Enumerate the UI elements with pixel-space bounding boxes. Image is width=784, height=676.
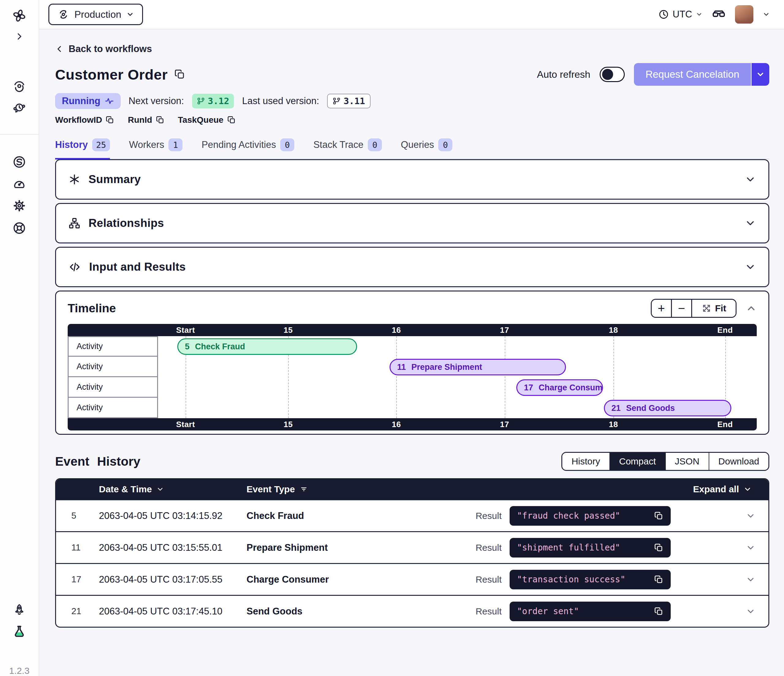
view-history-button[interactable]: History	[562, 453, 610, 470]
copy-icon[interactable]	[654, 575, 663, 584]
input-results-accordion[interactable]: Input and Results	[55, 247, 769, 287]
chevron-down-icon	[745, 261, 756, 273]
timeline-row-label: Activity	[68, 356, 158, 377]
workflow-id-copy[interactable]: WorkflowID	[55, 115, 114, 125]
timeline-panel: Timeline + − Fit	[55, 291, 769, 435]
sidebar-item-support-lifebuoy-icon[interactable]	[12, 221, 26, 235]
row-expand-chevron-icon[interactable]	[746, 575, 756, 584]
copy-title-icon[interactable]	[174, 69, 185, 80]
timeline-bar-send-goods[interactable]: 21Send Goods	[604, 400, 731, 416]
summary-accordion[interactable]: Summary	[55, 159, 769, 200]
fit-button[interactable]: Fit	[692, 300, 736, 317]
timeline-title: Timeline	[68, 301, 116, 315]
next-version-value: 3.12	[208, 96, 229, 106]
copy-icon	[106, 116, 114, 124]
timezone-selector[interactable]: UTC	[658, 9, 703, 20]
timeline-row-labels: Activity Activity Activity Activity	[68, 336, 158, 418]
tab-stack-trace[interactable]: Stack Trace 0	[313, 138, 382, 160]
run-id-copy[interactable]: RunId	[128, 115, 164, 125]
auto-refresh-label: Auto refresh	[537, 69, 590, 80]
sidebar-item-nexus-icon[interactable]	[12, 155, 26, 169]
chevron-left-icon	[55, 45, 64, 53]
chevron-down-icon	[743, 485, 752, 494]
task-queue-copy[interactable]: TaskQueue	[178, 115, 236, 125]
tab-stack-trace-count: 0	[368, 138, 382, 151]
copy-icon	[156, 116, 165, 124]
timeline-collapse-icon[interactable]	[746, 303, 757, 314]
timeline-bar-prepare-shipment[interactable]: 11Prepare Shipment	[390, 359, 566, 375]
copy-icon[interactable]	[654, 543, 663, 552]
tab-history[interactable]: History 25	[55, 138, 110, 160]
cancel-dropdown-caret[interactable]	[751, 63, 769, 86]
view-compact-button[interactable]: Compact	[610, 453, 666, 470]
glasses-icon[interactable]	[712, 7, 726, 22]
timeline-bar-check-fraud[interactable]: 5Check Fraud	[177, 338, 357, 355]
gridline	[505, 336, 505, 418]
timeline-row-label: Activity	[68, 376, 158, 398]
toggle-knob	[602, 69, 613, 80]
row-expand-chevron-icon[interactable]	[746, 606, 756, 616]
tab-history-count: 25	[92, 138, 110, 151]
result-code-pill[interactable]: "fraud check passed"	[510, 506, 671, 526]
copy-icon[interactable]	[654, 511, 663, 521]
page-title: Customer Order	[55, 66, 168, 83]
clock-icon	[658, 9, 669, 20]
app-version: 1.2.3	[9, 665, 30, 676]
last-used-version-badge: 3.11	[327, 94, 370, 109]
timeline-bar-charge-consumer[interactable]: 17Charge Consumer	[516, 379, 603, 396]
row-expand-chevron-icon[interactable]	[746, 543, 756, 553]
sidebar: 1.2.3	[0, 0, 39, 676]
status-badge: Running	[55, 93, 121, 109]
pulse-icon	[105, 96, 114, 106]
copy-icon	[227, 116, 236, 124]
sidebar-item-settings-gear-icon[interactable]	[12, 199, 26, 213]
avatar[interactable]	[735, 5, 753, 23]
column-event-type[interactable]: Event Type	[247, 484, 308, 494]
sidebar-divider	[0, 134, 39, 135]
event-row-prepare-shipment[interactable]: 11 2063-04-05 UTC 03:15:55.01 Prepare Sh…	[56, 531, 768, 563]
event-row-send-goods[interactable]: 21 2063-04-05 UTC 03:17:45.10 Send Goods…	[56, 595, 768, 627]
copy-icon[interactable]	[654, 607, 663, 616]
auto-refresh-toggle[interactable]	[600, 67, 625, 82]
result-code-pill[interactable]: "transaction success"	[510, 570, 671, 589]
fit-expand-icon	[702, 303, 711, 313]
asterisk-icon	[68, 173, 81, 185]
request-cancelation-button[interactable]: Request Cancelation	[634, 63, 769, 86]
last-used-version-label: Last used version:	[242, 96, 319, 107]
sidebar-expand-icon[interactable]	[15, 32, 24, 41]
event-history-view-switcher: History Compact JSON Download	[562, 452, 769, 471]
event-row-check-fraud[interactable]: 5 2063-04-05 UTC 03:14:15.92 Check Fraud…	[56, 499, 768, 531]
labs-flask-icon[interactable]	[12, 625, 26, 639]
chevron-down-icon	[745, 218, 756, 229]
filter-icon	[300, 485, 308, 493]
code-icon	[68, 261, 81, 274]
view-download-button[interactable]: Download	[709, 453, 768, 470]
result-code-pill[interactable]: "shipment fulfilled"	[510, 538, 671, 558]
tab-queries[interactable]: Queries 0	[401, 138, 453, 160]
event-row-charge-consumer[interactable]: 17 2063-04-05 UTC 03:17:05.55 Charge Con…	[56, 563, 768, 595]
last-used-version-value: 3.11	[344, 96, 365, 106]
chevron-down-icon	[696, 11, 703, 18]
sidebar-item-usage-icon[interactable]	[12, 177, 26, 190]
task-queue-label: TaskQueue	[178, 115, 224, 125]
topbar: Production UTC	[39, 0, 784, 30]
sidebar-item-namespaces-icon[interactable]	[12, 78, 26, 92]
tab-queries-count: 0	[438, 138, 452, 151]
tab-workers[interactable]: Workers 1	[129, 138, 182, 160]
tab-pending-activities[interactable]: Pending Activities 0	[202, 138, 294, 160]
expand-all-button[interactable]: Expand all	[693, 484, 768, 494]
environment-selector[interactable]: Production	[48, 4, 143, 25]
back-to-workflows-link[interactable]: Back to workflows	[55, 44, 152, 54]
sidebar-item-schedules-icon[interactable]	[12, 101, 26, 115]
chevron-down-icon[interactable]	[762, 11, 770, 18]
column-datetime[interactable]: Date & Time	[99, 484, 247, 494]
relationships-accordion[interactable]: Relationships	[55, 203, 769, 243]
zoom-in-button[interactable]: +	[652, 300, 672, 317]
app-logo-icon	[12, 9, 26, 23]
timeline-axis-bottom: Start 15 16 17 18 End	[68, 418, 757, 430]
zoom-out-button[interactable]: −	[672, 300, 692, 317]
result-code-pill[interactable]: "order sent"	[510, 601, 671, 621]
view-json-button[interactable]: JSON	[666, 453, 709, 470]
rocket-icon[interactable]	[12, 603, 26, 617]
row-expand-chevron-icon[interactable]	[746, 511, 756, 521]
